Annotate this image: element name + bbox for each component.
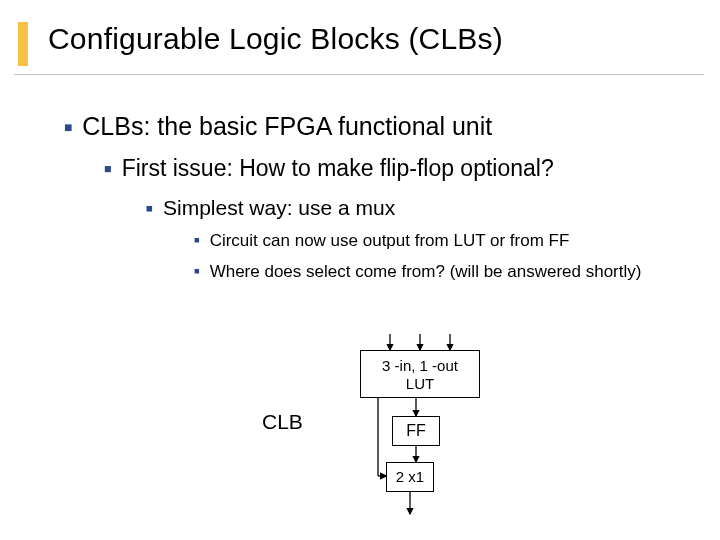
square-bullet-icon: ■ [194, 266, 200, 278]
bullet-l4b: ■Where does select come from? (will be a… [0, 261, 720, 282]
slide: Configurable Logic Blocks (CLBs) ■CLBs: … [0, 0, 720, 540]
square-bullet-icon: ■ [104, 162, 112, 176]
clb-diagram: CLB 3 -in, 1 -out LUT FF 2 x1 [260, 330, 560, 530]
title-area: Configurable Logic Blocks (CLBs) [0, 22, 720, 56]
square-bullet-icon: ■ [64, 120, 72, 135]
bullet-l4a-text: Circuit can now use output from LUT or f… [210, 231, 570, 250]
content: ■CLBs: the basic FPGA functional unit ■F… [0, 56, 720, 283]
bullet-l2-text: First issue: How to make flip-flop optio… [122, 155, 554, 181]
bullet-l4b-text: Where does select come from? (will be an… [210, 262, 642, 281]
square-bullet-icon: ■ [146, 203, 153, 215]
bullet-l1: ■CLBs: the basic FPGA functional unit [0, 112, 720, 141]
slide-title: Configurable Logic Blocks (CLBs) [48, 22, 720, 56]
bullet-l2: ■First issue: How to make flip-flop opti… [0, 155, 720, 182]
diagram-wires [260, 330, 560, 530]
bullet-l3-text: Simplest way: use a mux [163, 196, 395, 219]
square-bullet-icon: ■ [194, 235, 200, 247]
bullet-l1-text: CLBs: the basic FPGA functional unit [82, 112, 492, 140]
bullet-l4a: ■Circuit can now use output from LUT or … [0, 230, 720, 251]
bullet-l3: ■Simplest way: use a mux [0, 196, 720, 220]
